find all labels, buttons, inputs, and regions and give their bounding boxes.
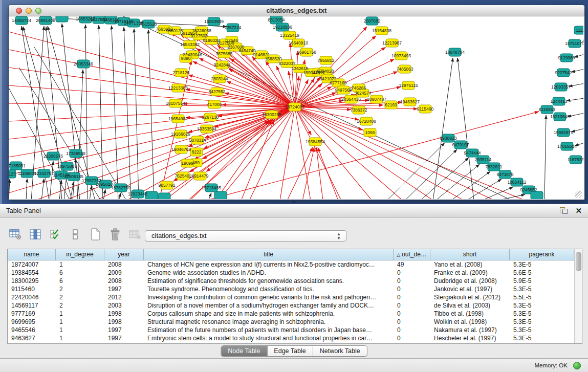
table-row[interactable]: 946554611997Estimation of the future num…	[8, 326, 582, 334]
graph-node[interactable]	[56, 16, 68, 22]
graph-node-label: 9497568	[335, 87, 352, 93]
graph-node-label: 2803144	[211, 76, 228, 81]
column-header-name[interactable]: name	[8, 249, 56, 260]
window-resize-grip[interactable]	[575, 191, 582, 198]
application-window: citations_edges.txt 14055724206914061065…	[0, 0, 588, 372]
graph-node-label: 19654982	[168, 116, 188, 121]
close-icon[interactable]: ✕	[575, 206, 582, 216]
table-cell: 0	[394, 301, 430, 310]
graph-node-label: 9474444	[464, 150, 481, 156]
table-selector-dropdown[interactable]: citations_edges.txt ▲▼	[145, 230, 346, 242]
scrollbar-thumb[interactable]	[576, 252, 581, 271]
column-header-pagerank[interactable]: pagerank	[510, 249, 574, 260]
graph-edge	[9, 32, 295, 107]
graph-edge	[387, 143, 445, 199]
table-cell: Wolkin et al. (1998)	[430, 318, 510, 326]
table-cell: 1	[56, 326, 104, 334]
table-header-row: namein_degreeyeartitle△out_de…shortpager…	[8, 249, 582, 260]
graph-edge	[9, 179, 10, 199]
graph-node-label: 1066	[365, 130, 375, 135]
graph-edge	[567, 98, 583, 101]
graph-node-label: 10654112	[507, 180, 526, 185]
graph-node-label: 12505185	[64, 174, 83, 179]
select-all-icon[interactable]	[49, 228, 61, 240]
float-window-icon[interactable]	[560, 207, 568, 214]
table-cell: Stergiakouli et al. (2012)	[430, 293, 510, 301]
graph-node-label: 16961758	[297, 50, 316, 55]
import-table-icon	[129, 228, 141, 240]
graph-edge	[451, 171, 490, 199]
graph-node-label: 17359928	[66, 151, 85, 156]
split-pane-divider[interactable]	[0, 199, 588, 204]
graph-edge	[295, 107, 341, 199]
table-cell: Estimation of the future numbers of pati…	[144, 326, 394, 334]
table-panel-title: Table Panel	[6, 204, 41, 217]
column-header-year[interactable]: year	[104, 249, 144, 260]
graph-node-label: 13325419	[280, 33, 299, 38]
graph-node-label: 26053346	[74, 61, 93, 67]
graph-node-label: 20691406	[36, 18, 55, 23]
tab-edge-table[interactable]: Edge Table	[267, 346, 313, 356]
table-cell: 2008	[104, 277, 144, 285]
graph-node-label: 16720408	[357, 119, 376, 124]
column-header-out_de[interactable]: △out_de…	[394, 249, 430, 260]
graph-node-label: 18300295	[262, 112, 281, 117]
table-row[interactable]: 1456911722003Disruption of a novel membe…	[8, 301, 582, 310]
table-cell: 1	[56, 318, 104, 326]
table-cell: 5.3E-5	[510, 326, 574, 334]
table-row[interactable]: 2242004622012Investigating the contribut…	[8, 293, 582, 301]
table-cell: 5.3E-5	[510, 285, 574, 293]
status-bar: Memory: OK	[0, 358, 588, 372]
table-cell: 2	[56, 293, 104, 301]
table-cell: 1997	[104, 334, 144, 342]
divider-collapse-icon[interactable]	[291, 201, 296, 203]
network-canvas[interactable]: 1405572420691406106532671527602646616010…	[9, 16, 583, 199]
graph-node-label: 8938923	[440, 136, 456, 141]
table-row[interactable]: 1830029562008Estimation of significance …	[8, 277, 582, 285]
table-settings-icon[interactable]	[9, 228, 21, 240]
graph-node-label: 746266	[352, 85, 366, 91]
tab-network-table[interactable]: Network Table	[313, 346, 367, 356]
memory-status-icon[interactable]	[573, 362, 581, 369]
graph-node-label: 9227542	[555, 70, 572, 75]
delete-table-icon[interactable]	[109, 228, 121, 240]
table-row[interactable]: 1872400712008Changes of HCN gene express…	[8, 260, 582, 269]
graph-edge	[458, 58, 474, 199]
table-cell: 0	[394, 269, 430, 277]
table-cell: 9115460	[8, 285, 56, 293]
table-vertical-scrollbar[interactable]	[574, 249, 582, 343]
network-window-title: citations_edges.txt	[9, 5, 584, 16]
table-row[interactable]: 1938455462009Genome-wide association stu…	[8, 269, 582, 277]
table-row[interactable]: 977716911998Corpus callosum shape and si…	[8, 310, 582, 318]
graph-node[interactable]	[158, 193, 170, 199]
table-cell: 6	[56, 277, 104, 285]
table-row[interactable]: 946362711997Embryonic stem cells: a mode…	[8, 334, 582, 342]
graph-node-label: 15751074	[565, 41, 583, 46]
table-cell: 2012	[104, 293, 144, 301]
graph-node-label: 8813054	[268, 17, 285, 23]
graph-node-label: 12213383	[168, 85, 188, 91]
graph-node-label: 9777169	[330, 80, 346, 85]
graph-node-label: 7625402	[175, 173, 191, 179]
table-cell: 1	[56, 334, 104, 342]
network-window-titlebar[interactable]: citations_edges.txt	[9, 5, 584, 16]
graph-node-label: 18107554	[166, 101, 185, 106]
graph-node[interactable]	[531, 191, 543, 199]
graph-edge	[433, 58, 453, 199]
show-column-icon[interactable]	[29, 228, 41, 240]
graph-node[interactable]	[214, 191, 227, 199]
table-cell: 1997	[104, 285, 144, 293]
new-document-icon[interactable]	[89, 228, 101, 240]
unmerge-rows-icon[interactable]	[69, 228, 81, 240]
table-cell: Nakamura et al. (1997)	[430, 326, 510, 334]
table-cell: 5.6E-5	[510, 269, 574, 277]
table-selector-value: citations_edges.txt	[151, 232, 207, 239]
table-cell: 5.9E-5	[510, 277, 574, 285]
column-header-short[interactable]: short	[430, 249, 510, 260]
column-header-title[interactable]: title	[144, 249, 394, 260]
table-row[interactable]: 969969511998Structural magnetic resonanc…	[8, 318, 582, 326]
column-header-in_degree[interactable]: in_degree	[56, 249, 104, 260]
tab-node-table[interactable]: Node Table	[221, 346, 267, 356]
table-row[interactable]: 911546021997Tourette syndrome. Phenomeno…	[8, 285, 582, 293]
table-cell: 2008	[104, 260, 144, 269]
